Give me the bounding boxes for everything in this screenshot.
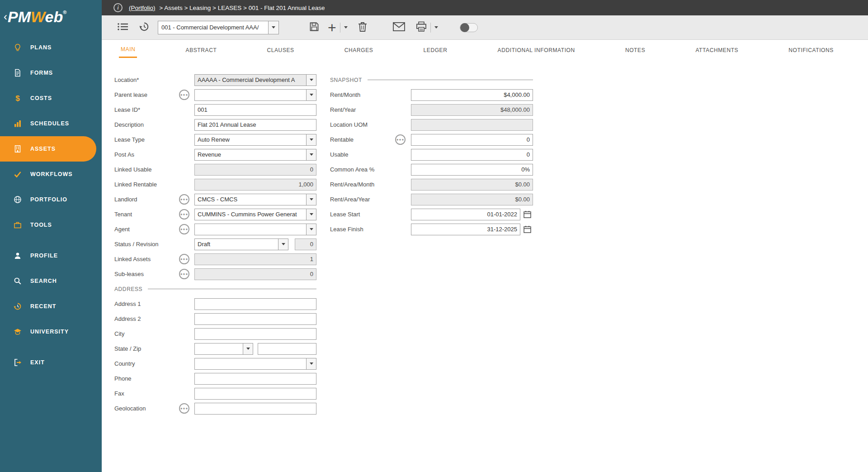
tab-ledger[interactable]: LEDGER — [422, 42, 449, 57]
fax-input[interactable] — [194, 388, 316, 400]
chevron-down-icon[interactable] — [306, 90, 316, 100]
rentable-input[interactable] — [411, 134, 533, 146]
chevron-down-icon[interactable] — [278, 239, 288, 250]
history-clock-icon — [139, 21, 150, 33]
snapshot-section-header: SNAPSHOT — [330, 72, 533, 87]
sidebar-item-exit[interactable]: EXIT — [0, 350, 102, 375]
tenant-select[interactable]: CUMMINS - Cummins Power Generat — [194, 209, 316, 220]
linked-rentable-field — [194, 179, 316, 191]
sidebar-item-recent[interactable]: RECENT — [0, 294, 102, 319]
field-label: Rent/Area/Year — [330, 196, 390, 203]
location-select[interactable]: AAAAA - Commercial Development A — [194, 74, 316, 86]
sidebar-item-tools[interactable]: TOOLS — [0, 212, 102, 238]
status-select[interactable]: Draft — [194, 238, 288, 250]
add-dropdown-button[interactable] — [342, 24, 349, 30]
post-as-select[interactable]: Revenue — [194, 149, 316, 161]
parent-lease-select[interactable] — [194, 89, 316, 101]
linked-assets-lookup-button[interactable]: ●●● — [179, 254, 189, 264]
common-area-input[interactable] — [411, 164, 533, 176]
phone-input[interactable] — [194, 373, 316, 385]
pmweb-logo[interactable]: ‹PMWeb® — [0, 0, 102, 35]
chevron-down-icon[interactable] — [306, 75, 316, 86]
zip-input[interactable] — [258, 343, 316, 355]
rent-month-input[interactable] — [411, 89, 533, 101]
address2-input[interactable] — [194, 313, 316, 325]
tab-notifications[interactable]: NOTIFICATIONS — [787, 42, 835, 57]
sidebar-nav: PLANS FORMS $ COSTS SCHEDULES ASSETS WOR… — [0, 35, 102, 375]
chevron-down-icon[interactable] — [306, 149, 316, 160]
field-label: Address 1 — [114, 300, 174, 307]
sidebar-item-label: PROFILE — [30, 253, 58, 259]
address1-input[interactable] — [194, 298, 316, 310]
checkmark-icon — [13, 170, 23, 178]
field-label: Location UOM — [330, 121, 390, 128]
tab-notes[interactable]: NOTES — [623, 42, 647, 57]
tab-charges[interactable]: CHARGES — [343, 42, 375, 57]
sidebar-item-workflows[interactable]: WORKFLOWS — [0, 162, 102, 187]
sidebar-item-forms[interactable]: FORMS — [0, 60, 102, 86]
field-row-location: Location* AAAAA - Commercial Development… — [114, 72, 316, 87]
chevron-down-icon[interactable] — [243, 343, 253, 354]
chevron-down-icon[interactable] — [306, 224, 316, 235]
lease-start-input[interactable] — [411, 209, 520, 220]
select-value: Auto Renew — [195, 134, 306, 145]
sidebar-item-label: SEARCH — [30, 278, 57, 284]
tab-main[interactable]: MAIN — [119, 41, 137, 58]
sidebar-item-profile[interactable]: PROFILE — [0, 243, 102, 268]
lease-type-select[interactable]: Auto Renew — [194, 134, 316, 146]
tab-attachments[interactable]: ATTACHMENTS — [693, 42, 740, 57]
chevron-down-icon[interactable] — [306, 358, 316, 369]
chevron-down-icon[interactable] — [306, 194, 316, 205]
print-button[interactable] — [414, 19, 429, 35]
add-button[interactable]: + — [326, 20, 338, 35]
geolocation-input[interactable] — [194, 403, 316, 415]
sidebar-item-university[interactable]: UNIVERSITY — [0, 319, 102, 344]
list-view-button[interactable] — [115, 20, 131, 34]
chevron-down-icon[interactable] — [268, 21, 278, 34]
breadcrumb-portfolio-link[interactable]: (Portfolio) — [129, 5, 156, 11]
tab-clauses[interactable]: CLAUSES — [265, 42, 296, 57]
history-button[interactable] — [137, 19, 151, 35]
tab-additional-information[interactable]: ADDITIONAL INFORMATION — [496, 42, 577, 57]
landlord-select[interactable]: CMCS - CMCS — [194, 194, 316, 205]
lease-id-input[interactable] — [194, 104, 316, 116]
sidebar-item-costs[interactable]: $ COSTS — [0, 86, 102, 111]
info-icon[interactable]: i — [113, 3, 123, 12]
email-button[interactable] — [391, 20, 407, 34]
list-icon — [117, 22, 129, 33]
rentable-lookup-button[interactable]: ●●● — [395, 134, 406, 145]
sidebar-item-search[interactable]: SEARCH — [0, 268, 102, 294]
print-dropdown-button[interactable] — [433, 24, 440, 30]
agent-lookup-button[interactable]: ●●● — [179, 224, 189, 234]
delete-button[interactable] — [356, 19, 369, 35]
sidebar-item-portfolio[interactable]: PORTFOLIO — [0, 187, 102, 212]
field-row-rent-month: Rent/Month — [330, 87, 533, 102]
tab-abstract[interactable]: ABSTRACT — [184, 42, 219, 57]
sub-leases-lookup-button[interactable]: ●●● — [179, 269, 189, 279]
sidebar-item-plans[interactable]: PLANS — [0, 35, 102, 60]
country-select[interactable] — [194, 358, 316, 370]
record-selector[interactable]: 001 - Commercial Development AAA/ — [158, 21, 279, 34]
tenant-lookup-button[interactable]: ●●● — [179, 209, 189, 219]
parent-lease-lookup-button[interactable]: ●●● — [179, 90, 189, 100]
calendar-icon[interactable] — [524, 225, 531, 233]
workflow-toggle[interactable] — [460, 23, 478, 32]
save-button[interactable] — [307, 19, 321, 35]
lease-finish-input[interactable] — [411, 224, 520, 235]
chevron-down-icon[interactable] — [306, 209, 316, 220]
geolocation-lookup-button[interactable]: ●●● — [179, 403, 189, 414]
field-label: Linked Assets — [114, 256, 174, 262]
usable-input[interactable] — [411, 149, 533, 161]
sidebar-item-assets[interactable]: ASSETS — [0, 136, 96, 162]
city-input[interactable] — [194, 328, 316, 340]
chevron-down-icon[interactable] — [306, 134, 316, 145]
field-label: Usable — [330, 151, 390, 158]
field-row-post-as: Post As Revenue — [114, 147, 316, 162]
landlord-lookup-button[interactable]: ●●● — [179, 194, 189, 205]
state-select[interactable] — [194, 343, 253, 355]
agent-select[interactable] — [194, 224, 316, 235]
description-input[interactable] — [194, 119, 316, 131]
calendar-icon[interactable] — [524, 210, 531, 218]
field-label: Phone — [114, 375, 174, 382]
sidebar-item-schedules[interactable]: SCHEDULES — [0, 111, 102, 136]
